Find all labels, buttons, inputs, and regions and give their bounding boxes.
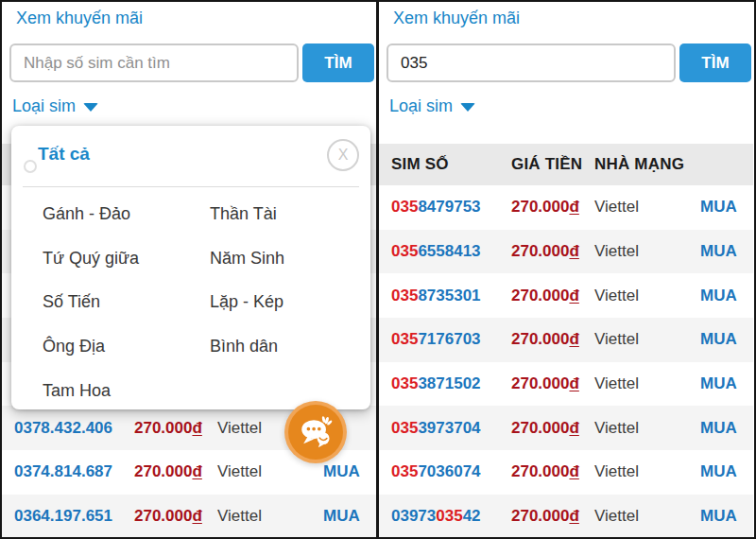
chevron-down-icon [460,103,475,112]
chat-widget-button[interactable] [284,401,347,463]
search-button[interactable]: TÌM [679,43,751,82]
buy-button[interactable]: MUA [700,287,753,305]
table-row: 0353871502270.000đViettelMUA [379,362,753,407]
sim-number-link[interactable]: 0364.197.651 [14,507,134,526]
buy-button[interactable]: MUA [323,507,376,526]
promo-link[interactable]: Xem khuyến mãi [16,9,143,28]
price-value: 270.000đ [134,419,217,438]
sim-type-dropdown-toggle[interactable]: Loại sim [12,96,98,116]
network-name: Viettel [594,462,700,481]
sim-number-link[interactable]: 0356558413 [391,242,511,261]
table-header-row: SIM SỐ GIÁ TIỀN NHÀ MẠNG [379,144,753,185]
dropdown-option-all[interactable]: Tất cả [38,144,90,165]
dropdown-option[interactable]: Tam Hoa [43,369,210,413]
col-header-sim: SIM SỐ [391,155,511,174]
price-value: 270.000đ [511,419,594,438]
network-name: Viettel [594,419,700,438]
sim-number-link[interactable]: 0397303542 [391,507,511,526]
dropdown-option[interactable]: Năm Sinh [210,236,370,281]
left-screenshot-panel: Xem khuyến mãi TÌM Loại sim SIM SỐ GIÁ T… [2,2,376,537]
sim-number-link[interactable]: 0353973704 [391,419,511,438]
promo-link[interactable]: Xem khuyến mãi [393,9,520,28]
dropdown-option[interactable]: Thần Tài [210,192,370,236]
buy-button[interactable]: MUA [323,462,376,481]
network-name: Viettel [594,242,700,261]
sim-type-label: Loại sim [389,96,453,116]
sim-type-dropdown-toggle[interactable]: Loại sim [389,96,475,116]
price-value: 270.000đ [511,330,594,349]
search-button[interactable]: TÌM [302,43,374,82]
sim-number-link[interactable]: 0374.814.687 [14,462,134,481]
price-value: 270.000đ [511,374,594,393]
right-screenshot-panel: Xem khuyến mãi TÌM Loại sim SIM SỐ GIÁ T… [379,2,753,537]
buy-button[interactable]: MUA [700,330,753,349]
chevron-down-icon [83,103,98,112]
price-value: 270.000đ [511,287,594,305]
buy-button[interactable]: MUA [700,374,753,393]
price-value: 270.000đ [134,507,217,526]
buy-button[interactable]: MUA [700,419,753,438]
price-value: 270.000đ [511,462,594,481]
network-name: Viettel [594,287,700,305]
sim-number-link[interactable]: 0378.432.406 [14,419,134,438]
network-name: Viettel [217,462,323,481]
dropdown-option[interactable]: Gánh - Đảo [43,192,210,236]
table-row: 0397303542270.000đViettelMUA [379,495,753,537]
sim-number-link[interactable]: 0358735301 [391,287,511,305]
chat-icon [288,405,343,460]
network-name: Viettel [217,507,323,526]
dropdown-option[interactable]: Số Tiến [43,280,210,324]
sim-type-dropdown-panel: Tất cả X Gánh - ĐảoThần TàiTứ Quý giữaNă… [11,126,370,409]
price-value: 270.000đ [511,198,594,217]
table-row: 0358735301270.000đViettelMUA [379,273,753,318]
table-row: 0356558413270.000đViettelMUA [379,230,753,274]
dropdown-option[interactable]: Tứ Quý giữa [43,236,210,281]
network-name: Viettel [594,330,700,349]
dropdown-option[interactable]: Ông Địa [43,324,210,369]
panel-divider [376,0,379,539]
price-value: 270.000đ [134,462,217,481]
network-name: Viettel [594,198,700,217]
table-row: 0358479753270.000đViettelMUA [379,185,753,230]
table-row: 0357036074270.000đViettelMUA [379,450,753,495]
dropdown-option[interactable]: Bình dân [210,324,370,369]
dropdown-option[interactable]: Lặp - Kép [210,280,370,324]
sim-table-body: 0358479753270.000đViettelMUA035655841327… [379,185,753,537]
sim-number-link[interactable]: 0357176703 [391,330,511,349]
buy-button[interactable]: MUA [700,462,753,481]
network-name: Viettel [594,374,700,393]
table-row: 0353973704270.000đViettelMUA [379,406,753,450]
search-input[interactable] [387,43,676,82]
buy-button[interactable]: MUA [700,242,753,261]
price-value: 270.000đ [511,242,594,261]
dropdown-header: Tất cả X [11,126,370,186]
sim-number-link[interactable]: 0358479753 [391,198,511,217]
table-row: 0357176703270.000đViettelMUA [379,318,753,362]
sim-number-link[interactable]: 0357036074 [391,462,511,481]
sim-type-label: Loại sim [12,96,76,116]
sim-number-link[interactable]: 0353871502 [391,374,511,393]
col-header-network: NHÀ MẠNG [594,155,700,174]
buy-button[interactable]: MUA [700,198,753,217]
bullet-icon [24,160,37,173]
col-header-price: GIÁ TIỀN [511,155,594,174]
network-name: Viettel [594,507,700,526]
dropdown-options: Gánh - ĐảoThần TàiTứ Quý giữaNăm SinhSố … [11,187,370,412]
search-input[interactable] [9,43,299,82]
sim-table: SIM SỐ GIÁ TIỀN NHÀ MẠNG 0358479753270.0… [379,144,753,537]
table-row: 0364.197.651270.000đViettelMUA [2,495,376,537]
price-value: 270.000đ [511,507,594,526]
close-icon[interactable]: X [327,139,359,171]
buy-button[interactable]: MUA [700,507,753,526]
